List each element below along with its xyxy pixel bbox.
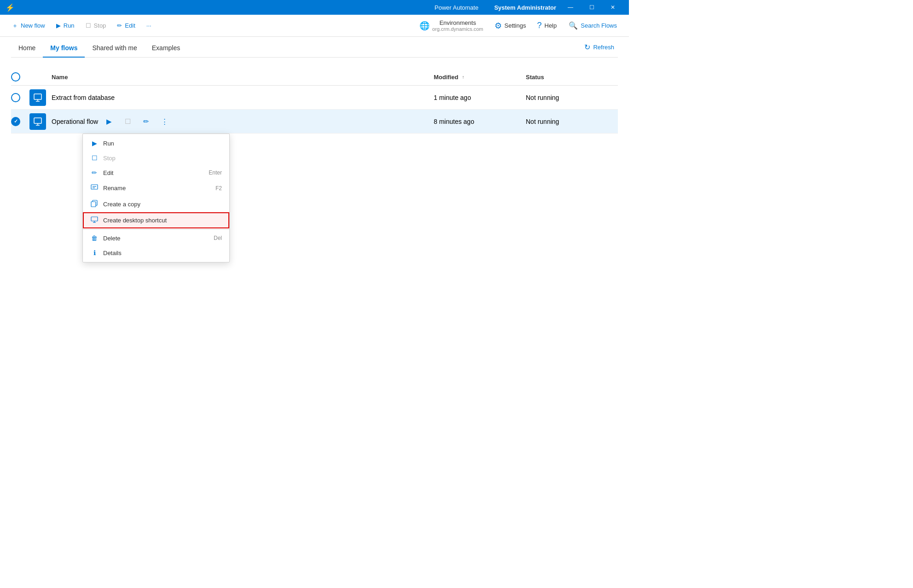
row1-name: Extract from database <box>52 94 115 101</box>
title-bar: ⚡ Power Automate System Administrator — … <box>0 0 629 15</box>
toolbar: ＋ New flow ▶ Run ☐ Stop ✏ Edit ··· 🌐 Env… <box>0 15 629 37</box>
close-button[interactable]: ✕ <box>602 0 623 15</box>
row1-status: Not running <box>526 94 618 101</box>
settings-icon: ⚙ <box>494 21 502 31</box>
sort-icon: ↑ <box>462 75 464 80</box>
globe-icon: 🌐 <box>419 21 430 31</box>
menu-separator <box>83 229 229 230</box>
toolbar-right: 🌐 Environments org.crm.dynamics.com ⚙ Se… <box>416 17 622 34</box>
row1-modified: 1 minute ago <box>434 94 526 101</box>
tab-examples[interactable]: Examples <box>145 37 187 57</box>
delete-menu-icon: 🗑 <box>90 234 99 242</box>
run-icon: ▶ <box>56 22 61 29</box>
row1-name-col: Extract from database <box>52 94 434 101</box>
menu-item-delete[interactable]: 🗑 Delete Del <box>83 231 229 245</box>
copy-menu-icon <box>90 200 99 209</box>
edit-menu-icon: ✏ <box>90 169 99 176</box>
maximize-button[interactable]: ☐ <box>581 0 602 15</box>
row2-name-col: Operational flow ▶ ☐ ✏ ⋮ <box>52 115 434 128</box>
menu-item-details[interactable]: ℹ Details <box>83 245 229 260</box>
environments-button[interactable]: 🌐 Environments org.crm.dynamics.com <box>416 17 487 34</box>
svg-rect-10 <box>91 202 96 207</box>
help-button[interactable]: ? Help <box>533 19 560 32</box>
row2-modified: 8 minutes ago <box>434 118 526 125</box>
flow-type-icon <box>29 89 46 106</box>
settings-button[interactable]: ⚙ Settings <box>491 19 530 33</box>
help-icon: ? <box>537 21 541 30</box>
menu-item-shortcut[interactable]: Create desktop shortcut <box>83 212 229 228</box>
refresh-button[interactable]: ↻ Refresh <box>581 40 618 54</box>
row-run-icon[interactable]: ▶ <box>103 115 116 128</box>
svg-rect-0 <box>34 94 41 99</box>
window-controls: — ☐ ✕ <box>560 0 623 15</box>
status-col-header: Status <box>526 74 618 81</box>
stop-button[interactable]: ☐ Stop <box>81 19 111 32</box>
menu-item-copy[interactable]: Create a copy <box>83 196 229 212</box>
plus-icon: ＋ <box>12 22 18 30</box>
tab-my-flows[interactable]: My flows <box>43 37 85 57</box>
search-icon: 🔍 <box>569 21 578 30</box>
header-checkbox[interactable] <box>11 72 20 82</box>
app-logo-icon: ⚡ <box>6 3 15 12</box>
refresh-icon: ↻ <box>584 43 590 52</box>
context-menu: ▶ Run ☐ Stop ✏ Edit Enter <box>82 134 230 262</box>
table-header: Name Modified ↑ Status <box>11 69 618 86</box>
row-stop-icon[interactable]: ☐ <box>121 115 134 128</box>
row1-checkbox[interactable] <box>11 93 29 102</box>
shortcut-menu-icon <box>90 216 99 225</box>
user-name: System Administrator <box>494 4 556 11</box>
edit-icon: ✏ <box>117 22 122 29</box>
edit-button[interactable]: ✏ Edit <box>112 19 140 32</box>
menu-item-stop[interactable]: ☐ Stop <box>83 151 229 165</box>
row2-checkbox[interactable] <box>11 117 29 126</box>
minimize-button[interactable]: — <box>560 0 581 15</box>
row1-check[interactable] <box>11 93 20 102</box>
details-menu-icon: ℹ <box>90 249 99 256</box>
select-all-checkbox[interactable] <box>11 72 29 82</box>
flow-type-icon <box>29 113 46 130</box>
menu-item-rename[interactable]: Rename F2 <box>83 180 229 196</box>
stop-icon: ☐ <box>86 22 91 29</box>
row1-icon <box>29 89 52 106</box>
search-flows-button[interactable]: 🔍 Search Flows <box>564 18 622 33</box>
main-content: Home My flows Shared with me Examples ↻ … <box>0 37 629 134</box>
row-more-icon[interactable]: ⋮ <box>158 115 171 128</box>
more-button[interactable]: ··· <box>142 19 156 32</box>
modified-col-header[interactable]: Modified ↑ <box>434 74 526 81</box>
nav-tabs: Home My flows Shared with me Examples ↻ … <box>11 37 618 58</box>
stop-menu-icon: ☐ <box>90 154 99 162</box>
name-col-header[interactable]: Name <box>52 74 434 81</box>
app-title: Power Automate <box>435 4 478 11</box>
title-bar-left: ⚡ <box>6 3 18 12</box>
rename-menu-icon <box>90 184 99 192</box>
run-button[interactable]: ▶ Run <box>52 19 79 32</box>
new-flow-button[interactable]: ＋ New flow <box>7 19 50 33</box>
row-actions: ▶ ☐ ✏ ⋮ <box>103 115 171 128</box>
table-row: Operational flow ▶ ☐ ✏ ⋮ 8 minutes ago N… <box>11 110 618 134</box>
row2-name: Operational flow <box>52 118 98 125</box>
svg-rect-3 <box>34 118 41 123</box>
tab-shared-with-me[interactable]: Shared with me <box>85 37 144 57</box>
row-edit-icon[interactable]: ✏ <box>140 115 152 128</box>
row2-status: Not running <box>526 118 618 125</box>
table-row: Extract from database 1 minute ago Not r… <box>11 86 618 110</box>
svg-rect-6 <box>91 185 98 189</box>
tab-home[interactable]: Home <box>11 37 43 57</box>
menu-item-run[interactable]: ▶ Run <box>83 136 229 151</box>
menu-item-edit[interactable]: ✏ Edit Enter <box>83 165 229 180</box>
run-menu-icon: ▶ <box>90 140 99 147</box>
row2-icon <box>29 113 52 130</box>
row2-check[interactable] <box>11 117 20 126</box>
svg-rect-11 <box>91 217 98 221</box>
